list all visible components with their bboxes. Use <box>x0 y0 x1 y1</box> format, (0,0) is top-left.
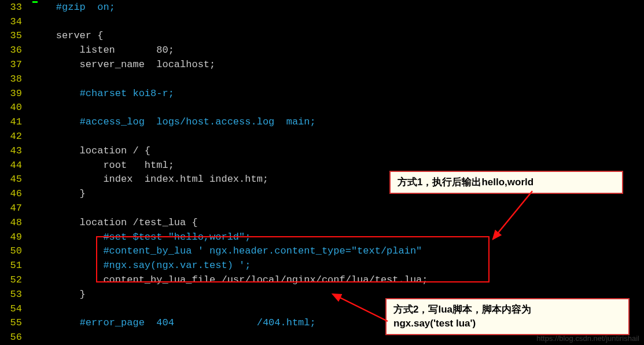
line-number: 54 <box>0 303 32 314</box>
code-line[interactable]: 41 #access_log logs/host.access.log main… <box>0 115 644 129</box>
annotation-text-2b: ngx.say('test lua') <box>393 318 476 329</box>
code-line[interactable]: 44 root html; <box>0 158 644 172</box>
line-number: 33 <box>0 2 32 13</box>
code-line[interactable]: 37 server_name localhost; <box>0 57 644 72</box>
code-text[interactable]: server_name localhost; <box>32 59 215 70</box>
code-line[interactable]: 36 listen 80; <box>0 43 644 57</box>
line-number: 40 <box>0 102 32 113</box>
code-line[interactable]: 43 location / { <box>0 144 644 158</box>
code-text[interactable]: root html; <box>32 160 174 171</box>
code-line[interactable]: 33 #gzip on; <box>0 0 644 14</box>
line-number: 49 <box>0 232 32 243</box>
code-text[interactable]: } <box>32 188 86 199</box>
code-line[interactable]: 39 #charset koi8-r; <box>0 86 644 101</box>
line-number: 55 <box>0 317 32 328</box>
line-number: 41 <box>0 116 32 127</box>
line-number: 39 <box>0 88 32 99</box>
code-line[interactable]: 51 #ngx.say(ngx.var.test) '; <box>0 258 644 273</box>
code-text[interactable]: #gzip on; <box>32 2 115 13</box>
annotation-text-1: 方式1，执行后输出hello,world <box>398 177 533 188</box>
code-text[interactable]: #set $test "hello,world"; <box>32 232 251 243</box>
line-number: 36 <box>0 45 32 56</box>
line-number: 44 <box>0 160 32 171</box>
code-text[interactable]: location /test_lua { <box>32 217 198 228</box>
line-number: 52 <box>0 274 32 285</box>
code-text[interactable]: #charset koi8-r; <box>32 88 174 99</box>
code-line[interactable]: 34 <box>0 14 644 29</box>
watermark: https://blog.csdn.net/juntirishail <box>536 334 639 343</box>
line-number: 38 <box>0 74 32 85</box>
code-line[interactable]: 48 location /test_lua { <box>0 215 644 230</box>
code-line[interactable]: 35 server { <box>0 29 644 43</box>
code-line[interactable]: 38 <box>0 72 644 86</box>
code-text[interactable]: #error_page 404 /404.html; <box>32 317 316 328</box>
code-line[interactable]: 47 <box>0 201 644 215</box>
line-number: 47 <box>0 203 32 214</box>
code-text[interactable]: #access_log logs/host.access.log main; <box>32 116 316 127</box>
line-number: 51 <box>0 260 32 271</box>
line-number: 37 <box>0 59 32 70</box>
line-number: 43 <box>0 145 32 156</box>
code-line[interactable]: 42 <box>0 129 644 144</box>
code-line[interactable]: 50 #content_by_lua ' ngx.header.content_… <box>0 244 644 259</box>
code-text[interactable]: #content_by_lua ' ngx.header.content_typ… <box>32 245 422 256</box>
code-text[interactable]: #ngx.say(ngx.var.test) '; <box>32 260 251 271</box>
code-line[interactable]: 40 <box>0 101 644 115</box>
code-line[interactable]: 49 #set $test "hello,world"; <box>0 230 644 244</box>
line-number: 53 <box>0 289 32 300</box>
line-number: 48 <box>0 217 32 228</box>
line-number: 34 <box>0 16 32 27</box>
annotation-text-2a: 方式2，写lua脚本，脚本内容为 <box>393 304 531 315</box>
line-number: 35 <box>0 30 32 41</box>
code-text[interactable]: content_by_lua_file /usr/local/nginx/con… <box>32 274 428 285</box>
code-text[interactable]: location / { <box>32 145 150 156</box>
code-text[interactable]: index index.html index.htm; <box>32 174 268 185</box>
code-text[interactable]: } <box>32 289 86 300</box>
line-number: 46 <box>0 188 32 199</box>
code-line[interactable]: 52 content_by_lua_file /usr/local/nginx/… <box>0 273 644 287</box>
annotation-callout-2: 方式2，写lua脚本，脚本内容为 ngx.say('test lua') <box>385 298 630 335</box>
annotation-callout-1: 方式1，执行后输出hello,world <box>389 171 623 194</box>
line-number: 42 <box>0 131 32 142</box>
line-number: 45 <box>0 174 32 185</box>
line-number: 50 <box>0 245 32 256</box>
code-text[interactable]: listen 80; <box>32 45 174 56</box>
code-text[interactable]: server { <box>32 30 103 41</box>
code-editor[interactable]: 33 #gzip on;3435 server {36 listen 80;37… <box>0 0 644 345</box>
line-number: 56 <box>0 332 32 343</box>
